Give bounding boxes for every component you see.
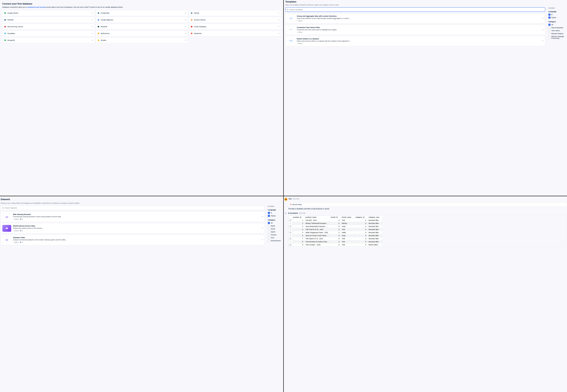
user-avatar: KD [284, 198, 287, 201]
cell-brand-id: 3 [330, 231, 341, 234]
datasets-search[interactable] [1, 206, 265, 210]
col-brand_id[interactable]: brand_id [330, 216, 341, 219]
cell-product-id: 5 [292, 231, 304, 234]
filter-label: Time Series [551, 30, 560, 31]
db-card-amazon-athena[interactable]: Amazon Athena [189, 17, 281, 23]
cat-filter-all[interactable]: All [268, 222, 283, 224]
svg-rect-1 [98, 12, 99, 14]
svg-rect-0 [4, 12, 6, 14]
lang-filter-r[interactable]: R [548, 14, 566, 16]
checkbox-icon [268, 237, 270, 239]
svg-point-37 [7, 239, 8, 240]
table-row[interactable]: 01Trek 820 - 20169Trek6Mountain Bike [289, 219, 382, 222]
cat-filter-data-preparation[interactable]: Data Preparation [548, 27, 566, 29]
lang-filter-python[interactable]: Python [268, 215, 283, 217]
seamlessly-link[interactable]: seamlessly and securely [27, 6, 46, 8]
table-row[interactable]: 67Trek Slash 8 27.5 - 20169Trek6Mountain… [289, 237, 382, 240]
table-row[interactable]: 12Ritchey Timberwolf Frameset …5Ritchey6… [289, 222, 382, 225]
results-table-wrap[interactable]: product_idproduct_namebrand_idbrand_name… [289, 215, 567, 247]
db-card-mysql[interactable]: MySQL [189, 10, 281, 16]
cell-index: 2 [289, 225, 292, 228]
svg-point-35 [5, 239, 6, 240]
cat-filter-time-series[interactable]: Time Series [548, 30, 566, 32]
cat-filter-retail[interactable]: Retail [268, 225, 283, 227]
db-icon [4, 26, 6, 28]
cell-brand-name: Trek [341, 228, 354, 231]
language-filter-title: Language [548, 11, 566, 13]
cat-filter-network-analysis[interactable]: Network Analysis [548, 33, 566, 35]
cat-filter-tech[interactable]: Tech [268, 237, 283, 239]
col-index[interactable] [289, 216, 292, 219]
template-thumb: FinanceAgriculture [287, 27, 295, 33]
dataset-title: Bike Sharing Demand [13, 213, 260, 215]
template-title: Group and Aggregate data with custom fun… [297, 15, 540, 17]
db-card-microsoft-sql-server[interactable]: Microsoft SQL Server [2, 24, 95, 29]
db-label: PostgreSQL [101, 12, 184, 14]
templates-list: Group and Aggregate data with custom fun… [285, 13, 545, 46]
cat-filter-sports[interactable]: Sports [268, 231, 283, 233]
db-card-snowflake[interactable]: Snowflake [2, 31, 95, 36]
db-card-mariadb[interactable]: MariaDB [96, 24, 188, 29]
template-card[interactable]: FinanceAgricultureCustomize Time Series … [285, 25, 545, 35]
table-row[interactable]: 89Trek Conduit+ - 20169Trek6Electric Bik… [289, 243, 382, 246]
table-row[interactable]: 45Heller Shagamaw Frame - 20163Heller6Mo… [289, 231, 382, 234]
cell-brand-name: Trek [341, 243, 354, 246]
db-card-motherduck[interactable]: MotherDuck [96, 31, 188, 36]
col-product_name[interactable]: product_name [304, 216, 330, 219]
svg-rect-11 [191, 33, 192, 34]
db-card-mongodb[interactable]: MongoDB [2, 37, 95, 43]
filter-label: Sports [271, 231, 275, 233]
col-brand_name[interactable]: brand_name [341, 216, 354, 219]
db-card-google-sheets[interactable]: Google Sheets [2, 10, 95, 16]
db-card-postgresql[interactable]: PostgreSQL [96, 10, 188, 16]
checkbox-icon [268, 228, 270, 230]
cat-filter-all[interactable]: All [548, 24, 566, 26]
lang-filter-python[interactable]: Python [548, 16, 566, 19]
svg-rect-13 [98, 40, 99, 41]
table-row[interactable]: 56Surly Ice Cream Truck Frame…8Surly6Mou… [289, 234, 382, 237]
db-card-airtable[interactable]: Airtable [96, 37, 188, 43]
datasets-search-input[interactable] [5, 207, 263, 209]
cell-category-name: Electric Bikes [367, 243, 382, 246]
template-card[interactable]: Group and Aggregate data with custom fun… [285, 13, 545, 23]
user-prompt: Provide a detailed overview of all produ… [289, 208, 567, 210]
chevron-right-icon [91, 33, 93, 34]
db-card-oracle-database[interactable]: Oracle Database [189, 24, 281, 29]
col-category_id[interactable]: category_id [354, 216, 367, 219]
db-card-databricks[interactable]: Databricks [189, 31, 281, 36]
table-row[interactable]: 34Trek Fuel EX 8 29 - 20169Trek6Mountain… [289, 228, 382, 231]
chevron-right-icon [262, 216, 263, 217]
cell-index: 0 [289, 219, 292, 222]
col-product_id[interactable]: product_id [292, 216, 304, 219]
db-card-redshift[interactable]: Redshift [2, 17, 95, 23]
cell-product-id: 9 [292, 243, 304, 246]
templates-search[interactable] [285, 7, 545, 12]
templates-search-input[interactable] [290, 9, 544, 11]
table-row[interactable]: 78Trek Remedy 29 Carbon Fram…9Trek6Mount… [289, 240, 382, 243]
table-row[interactable]: 23Surly Wednesday Frameset - …8Surly6Mou… [289, 225, 382, 228]
template-card[interactable]: Detect Outliers in a DatasetDetect and r… [285, 36, 545, 46]
templates-subtitle: Open any template created by DataLab, sw… [285, 4, 566, 6]
db-card-google-bigquery[interactable]: Google BigQuery [96, 17, 188, 23]
cat-filter-entertainment[interactable]: Entertainment [268, 240, 283, 242]
cell-category-name: Mountain Bike [367, 234, 382, 237]
dataset-card[interactable]: Bike Sharing DemandForecast bike sharing… [1, 212, 265, 222]
col-category_nam[interactable]: category_nam [367, 216, 382, 219]
cat-filter-natural-language-processing[interactable]: Natural Language Processing [548, 36, 566, 39]
db-icon [4, 39, 6, 42]
lang-filter-r[interactable]: R [268, 212, 283, 214]
cell-category-id: 6 [354, 231, 367, 234]
dataset-card[interactable]: World Internet Access DataExplore the wo… [1, 223, 265, 233]
sparkle-icon [285, 212, 287, 214]
chevron-right-icon [185, 19, 186, 21]
sort-icon [380, 217, 381, 218]
context-chip[interactable]: Bicycle Sales [289, 203, 567, 206]
cat-filter-finance[interactable]: Finance [268, 234, 283, 236]
cat-filter-world[interactable]: World [268, 228, 283, 230]
dataset-card[interactable]: Olympics DataAnalyze an historical datas… [1, 235, 265, 245]
cell-index: 8 [289, 243, 292, 246]
filter-label: Python [271, 215, 276, 217]
ai-avatar [284, 212, 287, 215]
db-icon [97, 39, 99, 42]
svg-point-36 [6, 239, 7, 240]
